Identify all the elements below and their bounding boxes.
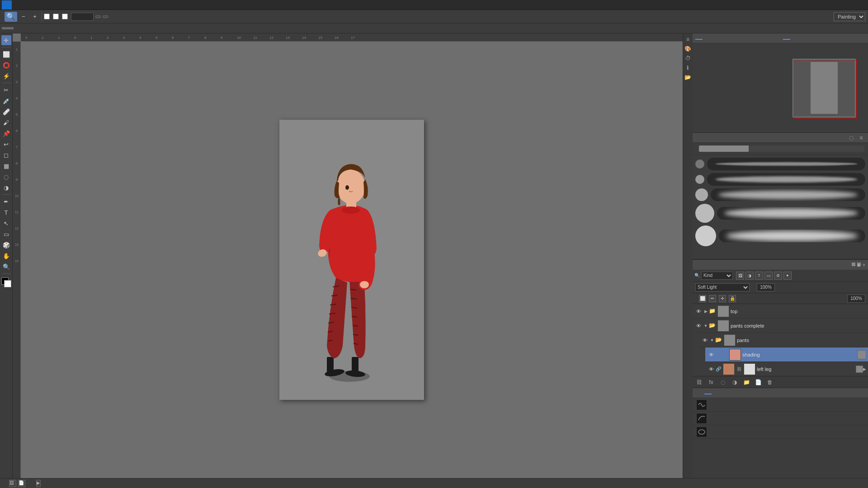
zoom-all-checkbox[interactable] bbox=[53, 14, 59, 19]
filter-kind-select[interactable]: Kind bbox=[701, 272, 733, 280]
menu-file[interactable] bbox=[14, 4, 22, 6]
zoom-out-icon[interactable]: − bbox=[19, 12, 28, 22]
blur-tool-icon[interactable]: ◌ bbox=[1, 172, 11, 182]
menu-window[interactable] bbox=[80, 4, 87, 6]
zoom-tool-icon[interactable]: 🔍 bbox=[5, 12, 17, 22]
mini-bridge-icon[interactable]: 📂 bbox=[684, 73, 692, 81]
swatches-tab[interactable] bbox=[695, 37, 703, 40]
layer-row-shading[interactable]: 👁 shading bbox=[705, 347, 868, 362]
brush-size-slider[interactable] bbox=[699, 145, 864, 152]
layers-close-icon[interactable]: × bbox=[863, 263, 865, 267]
brush-circle-5[interactable] bbox=[695, 225, 716, 246]
filter-effect-icon[interactable]: ✦ bbox=[783, 272, 792, 280]
lasso-tool-icon[interactable]: ⭕ bbox=[1, 60, 11, 70]
brush-preview-2[interactable] bbox=[707, 173, 865, 186]
eyedropper-icon[interactable]: 💉 bbox=[1, 96, 11, 106]
menu-layer[interactable] bbox=[36, 4, 43, 6]
fill-screen-button[interactable] bbox=[103, 15, 108, 18]
scrubby-zoom-checkbox[interactable] bbox=[62, 14, 68, 19]
pen-tool-icon[interactable]: ✒ bbox=[1, 197, 11, 206]
paths-tab[interactable] bbox=[704, 392, 712, 394]
hand-tool-icon[interactable]: ✋ bbox=[1, 251, 11, 261]
move-tool-icon[interactable]: ✛ bbox=[1, 35, 11, 45]
fill-input[interactable] bbox=[847, 295, 865, 303]
brush-mask-icon[interactable]: ◌ bbox=[847, 134, 855, 142]
brush-circle-1[interactable] bbox=[695, 160, 704, 169]
menu-type[interactable] bbox=[43, 4, 51, 6]
menu-select[interactable] bbox=[51, 4, 58, 6]
filter-type-icon[interactable]: T bbox=[755, 272, 763, 280]
layers-menu-icon[interactable]: ≡ bbox=[857, 263, 861, 266]
workspace-select[interactable]: Painting bbox=[834, 12, 865, 21]
brush-circle-2[interactable] bbox=[695, 175, 704, 184]
add-mask-icon[interactable]: ◌ bbox=[719, 378, 727, 386]
filter-adjust-icon[interactable]: ◑ bbox=[745, 272, 754, 280]
layer-info-icon[interactable]: 📄 bbox=[18, 480, 25, 487]
layer-expand-right-left-leg[interactable]: ▶ bbox=[863, 367, 866, 371]
text-tool-icon[interactable]: T bbox=[1, 207, 11, 217]
gradient-tool-icon[interactable]: ▦ bbox=[1, 161, 11, 171]
delete-layer-icon[interactable]: 🗑 bbox=[766, 378, 774, 386]
layer-row-top[interactable]: 👁 ▶ 📁 top bbox=[693, 304, 868, 319]
eraser-tool-icon[interactable]: ◻ bbox=[1, 150, 11, 160]
resize-windows-checkbox[interactable] bbox=[44, 14, 50, 19]
new-group-icon[interactable]: 📁 bbox=[742, 378, 750, 386]
filter-shape-icon[interactable]: ▭ bbox=[764, 272, 773, 280]
brush-circle-3[interactable] bbox=[695, 188, 708, 201]
bg-color-swatch[interactable] bbox=[4, 280, 11, 287]
brush-tool-icon[interactable]: 🖌 bbox=[1, 117, 11, 127]
menu-filter[interactable] bbox=[58, 4, 65, 6]
layer-expand-pants[interactable]: ▼ bbox=[709, 336, 715, 344]
menu-image[interactable] bbox=[29, 4, 36, 6]
zoom-value-input[interactable] bbox=[71, 13, 94, 21]
shape-tool-icon[interactable]: ▭ bbox=[1, 229, 11, 239]
brush-circle-4[interactable] bbox=[695, 204, 714, 223]
menu-view[interactable] bbox=[72, 4, 80, 6]
clone-stamp-icon[interactable]: 📌 bbox=[1, 128, 11, 138]
brush-options-icon[interactable]: ≡ bbox=[857, 134, 865, 142]
fg-bg-colors[interactable] bbox=[1, 277, 11, 287]
menu-edit[interactable] bbox=[22, 4, 29, 6]
info-display-icon[interactable]: 🖼 bbox=[9, 480, 16, 487]
layer-row-pants-complete[interactable]: 👁 ▼ 📂 pants complete bbox=[693, 319, 868, 333]
navigator-tab[interactable] bbox=[783, 37, 790, 40]
layer-expand-top[interactable]: ▶ bbox=[703, 307, 709, 315]
menu-help[interactable] bbox=[87, 4, 94, 6]
layers-collapse-icon[interactable] bbox=[852, 263, 855, 266]
layer-eye-shading[interactable]: 👁 bbox=[707, 351, 715, 359]
spot-heal-icon[interactable]: 🩹 bbox=[1, 107, 11, 117]
layer-row-left-leg[interactable]: 👁 🔗 ⛓ left leg ▶ bbox=[705, 362, 868, 376]
filter-smart-icon[interactable]: ⚙ bbox=[774, 272, 782, 280]
path-row-2[interactable] bbox=[693, 412, 868, 425]
blend-mode-select[interactable]: Soft Light bbox=[695, 283, 750, 291]
menu-3d[interactable] bbox=[65, 4, 72, 6]
layer-expand-pants-complete[interactable]: ▼ bbox=[703, 322, 709, 330]
filter-pixel-icon[interactable]: 🖼 bbox=[736, 272, 744, 280]
lock-position-icon[interactable]: ✏ bbox=[709, 295, 716, 302]
fit-screen-button[interactable] bbox=[95, 15, 101, 18]
color-icon[interactable]: 🎨 bbox=[684, 45, 692, 53]
lock-pixels-icon[interactable]: ⬜ bbox=[699, 295, 706, 302]
layers-panel-icon[interactable]: ≡ bbox=[684, 35, 692, 43]
layer-eye-pants[interactable]: 👁 bbox=[701, 336, 709, 344]
history-brush-icon[interactable]: ↩ bbox=[1, 139, 11, 149]
layer-eye-pants-complete[interactable]: 👁 bbox=[694, 322, 703, 330]
info-icon[interactable]: ℹ bbox=[684, 64, 692, 72]
path-select-icon[interactable]: ↖ bbox=[1, 218, 11, 228]
brush-preview-4[interactable] bbox=[717, 207, 865, 220]
new-layer-icon[interactable]: 📄 bbox=[754, 378, 762, 386]
dodge-tool-icon[interactable]: ◑ bbox=[1, 183, 11, 192]
new-fill-layer-icon[interactable]: ◑ bbox=[731, 378, 739, 386]
zoom-tool-small-icon[interactable]: 🔍 bbox=[1, 262, 11, 272]
path-row-1[interactable] bbox=[693, 398, 868, 412]
add-effect-icon[interactable]: fx bbox=[707, 378, 715, 386]
crop-tool-icon[interactable]: ✂ bbox=[1, 85, 11, 95]
layer-row-pants[interactable]: 👁 ▼ 📂 pants bbox=[699, 333, 868, 347]
brush-preview-5[interactable] bbox=[719, 230, 865, 242]
status-arrow-icon[interactable]: ▶ bbox=[36, 480, 41, 487]
path-row-3[interactable] bbox=[693, 425, 868, 439]
channels-tab[interactable] bbox=[695, 392, 703, 394]
lock-move-icon[interactable]: ✛ bbox=[719, 295, 726, 302]
lock-all-icon[interactable]: 🔒 bbox=[729, 295, 736, 302]
layer-chain-left-leg[interactable]: ⛓ bbox=[736, 366, 742, 372]
